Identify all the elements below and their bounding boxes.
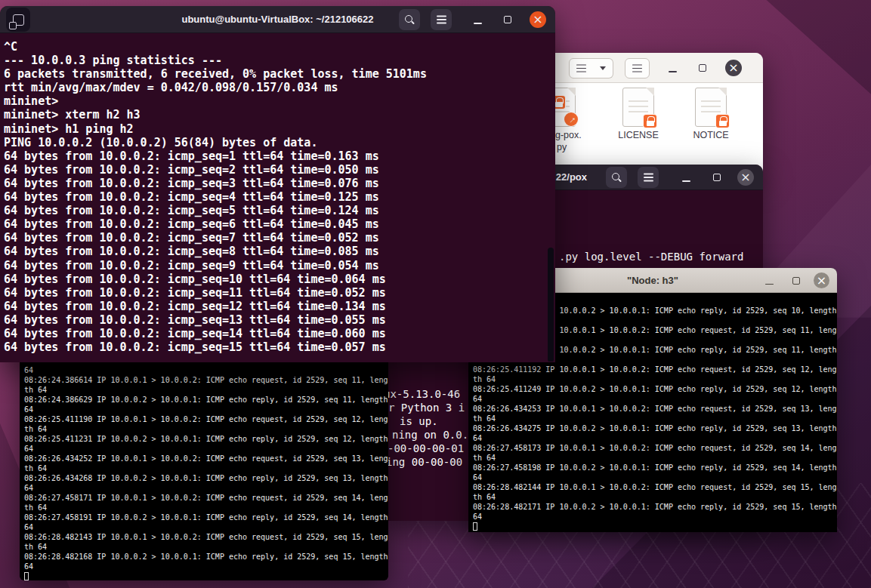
close-button[interactable]: ×	[530, 11, 546, 28]
terminal-line: 08:26:25.411190 IP 10.0.0.1 > 10.0.0.2: …	[24, 414, 388, 424]
file-manager-window: × → g-pox. py LICENSE NOTICE	[529, 53, 763, 174]
menu-icon	[437, 19, 446, 20]
terminal-line: 08:26:26.434268 IP 10.0.0.2 > 10.0.0.1: …	[24, 473, 388, 483]
terminal-line: 64	[24, 522, 388, 532]
terminal-line: 08:26:27.458171 IP 10.0.0.1 > 10.0.0.2: …	[24, 493, 388, 503]
terminal-lines: ^C--- 10.0.0.3 ping statistics ---6 pack…	[4, 40, 555, 354]
menu-button[interactable]	[638, 167, 659, 188]
maximize-icon	[504, 16, 511, 23]
terminal-line: 64	[24, 405, 388, 414]
terminal-line: 64 bytes from 10.0.0.2: icmp_seq=13 ttl=…	[4, 313, 555, 327]
terminal-line: 64	[24, 483, 388, 493]
terminal-line: 64 bytes from 10.0.0.2: icmp_seq=9 ttl=6…	[4, 259, 555, 272]
terminal-line: th 64	[473, 453, 837, 463]
terminal-output[interactable]: 6408:26:24.386614 IP 10.0.0.1 > 10.0.0.2…	[20, 340, 388, 580]
file-label: g-pox.	[555, 130, 582, 140]
maximize-icon	[713, 174, 721, 181]
terminal-line: 08:26:28.482168 IP 10.0.0.2 > 10.0.0.1: …	[24, 552, 388, 562]
terminal-line: 64	[24, 562, 388, 571]
lock-emblem-icon	[715, 114, 730, 128]
terminal-line: 08:26:26.434252 IP 10.0.0.1 > 10.0.0.2: …	[24, 454, 388, 463]
maximize-button[interactable]	[497, 9, 518, 30]
terminal-line: 6 packets transmitted, 6 received, 0% pa…	[4, 67, 555, 81]
terminal-line: 08:26:25.411192 IP 10.0.0.1 > 10.0.0.2: …	[473, 365, 837, 374]
file-label: LICENSE	[601, 130, 676, 140]
minimize-icon	[765, 284, 774, 285]
menu-button[interactable]	[431, 9, 452, 30]
close-icon: ×	[817, 275, 826, 287]
file-manager-content: → g-pox. py LICENSE NOTICE	[529, 83, 763, 173]
minimize-icon	[682, 180, 690, 182]
text-cursor	[24, 572, 29, 580]
terminal-line: 64 bytes from 10.0.0.2: icmp_seq=5 ttl=6…	[4, 204, 555, 217]
close-icon: ×	[728, 62, 738, 74]
terminal-line: 64 bytes from 10.0.0.2: icmp_seq=12 ttl=…	[4, 300, 555, 313]
terminal-lines: 6408:26:24.386614 IP 10.0.0.1 > 10.0.0.2…	[24, 346, 388, 571]
minimize-button[interactable]	[467, 9, 488, 30]
main-terminal-titlebar[interactable]: ubuntu@ubuntu-VirtualBox: ~/212106622 ×	[0, 6, 555, 33]
close-button[interactable]: ×	[814, 272, 829, 288]
menu-button[interactable]	[625, 58, 650, 79]
maximize-button[interactable]	[786, 271, 805, 290]
minimize-button[interactable]	[663, 59, 681, 77]
terminal-line: rtt min/avg/max/mdev = 0.042/0.098/0.157…	[4, 81, 555, 94]
terminal-text-fragment: -00-00-00-01	[388, 442, 464, 454]
maximize-icon	[699, 64, 706, 72]
terminal-line: 08:26:25.411231 IP 10.0.0.2 > 10.0.0.1: …	[24, 434, 388, 444]
terminal-line: 64 bytes from 10.0.0.2: icmp_seq=6 ttl=6…	[4, 217, 555, 231]
terminal-line: th 64	[473, 374, 837, 384]
search-button[interactable]	[606, 167, 627, 188]
file-icon	[695, 88, 727, 127]
file-item-license[interactable]: LICENSE	[601, 86, 676, 171]
terminal-text-fragment: ning on 0.0.	[392, 429, 468, 441]
menu-icon	[644, 177, 653, 178]
main-terminal-window: ubuntu@ubuntu-VirtualBox: ~/212106622 × …	[0, 6, 555, 362]
minimize-button[interactable]	[760, 271, 779, 290]
file-item-notice[interactable]: NOTICE	[673, 86, 749, 171]
terminal-line: 08:26:26.434275 IP 10.0.0.2 > 10.0.0.1: …	[473, 423, 837, 433]
lock-emblem-icon	[643, 114, 657, 128]
close-button[interactable]: ×	[737, 169, 754, 186]
terminal-line: 08:26:24.386629 IP 10.0.0.2 > 10.0.0.1: …	[24, 395, 388, 405]
terminal-line: 08:26:24.386614 IP 10.0.0.1 > 10.0.0.2: …	[24, 375, 388, 385]
terminal-line: th 64	[24, 424, 388, 434]
search-icon	[404, 14, 415, 25]
maximize-button[interactable]	[706, 167, 727, 188]
minimize-button[interactable]	[675, 167, 696, 188]
terminal-output[interactable]: ^C--- 10.0.0.3 ping statistics ---6 pack…	[0, 33, 555, 362]
scrollbar[interactable]	[548, 248, 554, 362]
search-button[interactable]	[399, 9, 420, 30]
terminal-line: mininet> h1 ping h2	[4, 122, 555, 136]
terminal-line: 64	[24, 365, 388, 375]
terminal-line: 64 bytes from 10.0.0.2: icmp_seq=2 ttl=6…	[4, 163, 555, 177]
text-cursor	[473, 522, 477, 531]
terminal-line: 64 bytes from 10.0.0.2: icmp_seq=15 ttl=…	[4, 340, 555, 354]
terminal-line: 64 bytes from 10.0.0.2: icmp_seq=11 ttl=…	[4, 286, 555, 300]
terminal-text-fragment: ux-5.13.0-46	[384, 388, 460, 400]
terminal-text-fragment: ing 00-00-00	[386, 456, 462, 468]
link-arrow-emblem-icon: →	[564, 112, 579, 127]
terminal-line: 08:26:25.411249 IP 10.0.0.2 > 10.0.0.1: …	[473, 384, 837, 394]
minimize-icon	[669, 71, 677, 72]
terminal-line: 64	[24, 444, 388, 454]
list-view-button[interactable]	[569, 58, 594, 79]
terminal-line: 08:26:28.482171 IP 10.0.0.2 > 10.0.0.1: …	[473, 502, 837, 512]
terminal-line: th 64	[24, 385, 388, 395]
view-options-button[interactable]	[593, 58, 613, 79]
file-icon	[622, 88, 654, 127]
terminal-line: th 64	[24, 463, 388, 473]
terminal-line: 64 bytes from 10.0.0.2: icmp_seq=10 ttl=…	[4, 272, 555, 286]
file-manager-toolbar[interactable]: ×	[529, 53, 763, 83]
terminal-line: 64	[473, 473, 837, 482]
maximize-icon	[792, 277, 800, 285]
terminal-line: 08:26:28.482144 IP 10.0.0.1 > 10.0.0.2: …	[473, 482, 837, 492]
close-icon: ×	[533, 14, 542, 26]
close-button[interactable]: ×	[725, 60, 742, 76]
minimize-icon	[474, 23, 482, 24]
close-icon: ×	[740, 171, 750, 183]
terminal-line: 08:26:27.458173 IP 10.0.0.1 > 10.0.0.2: …	[473, 443, 837, 453]
file-label: NOTICE	[673, 130, 749, 140]
terminal-line: 08:26:28.482143 IP 10.0.0.1 > 10.0.0.2: …	[24, 532, 388, 542]
terminal-line: 64 bytes from 10.0.0.2: icmp_seq=3 ttl=6…	[4, 177, 555, 190]
maximize-button[interactable]	[693, 59, 712, 77]
